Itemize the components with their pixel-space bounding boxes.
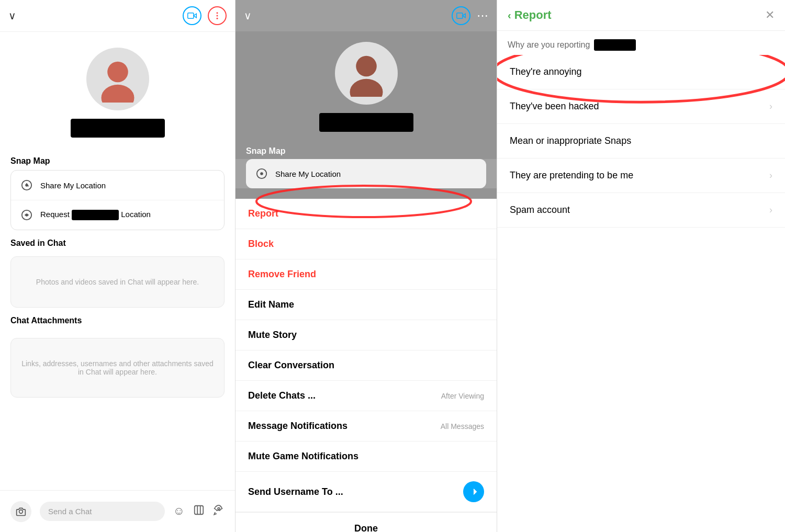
menu-header-icons: ⋯: [452, 6, 488, 25]
block-label: Block: [248, 239, 274, 250]
snap-map-card: Share My Location Request Location: [10, 170, 225, 230]
share-location-icon: [19, 178, 34, 193]
menu-item-block[interactable]: Block: [236, 229, 497, 259]
close-icon[interactable]: ✕: [765, 8, 775, 22]
profile-header: ∨: [0, 0, 235, 32]
request-location-icon: [19, 208, 34, 222]
report-options-list: They're annoying They've been hacked › M…: [497, 55, 785, 532]
chevron-down-icon-2[interactable]: ∨: [244, 9, 252, 22]
snap-map-label-2: Snap Map: [236, 140, 497, 159]
chat-attachments-section: Links, addresses, usernames and other at…: [0, 338, 235, 398]
mute-game-label: Mute Game Notifications: [248, 451, 358, 462]
svg-point-19: [356, 56, 377, 77]
chevron-down-icon[interactable]: ∨: [8, 9, 16, 22]
svg-rect-18: [457, 13, 463, 19]
menu-item-mute-game-notifications[interactable]: Mute Game Notifications: [236, 442, 497, 472]
menu-item-clear-conversation[interactable]: Clear Conversation: [236, 350, 497, 381]
report-header: ‹ Report ✕: [497, 0, 785, 31]
camera-icon-button[interactable]: [183, 6, 201, 25]
rocket-icon[interactable]: [213, 504, 225, 519]
svg-point-5: [101, 85, 134, 103]
delete-chats-sub: After Viewing: [441, 392, 484, 400]
request-location-button[interactable]: Request Location: [11, 200, 224, 230]
report-title: Report: [514, 8, 552, 22]
send-username-label: Send Username To ...: [248, 486, 343, 497]
menu-item-report[interactable]: Report: [236, 199, 497, 229]
username-redacted-2: [319, 113, 413, 132]
svg-rect-0: [188, 13, 194, 19]
saved-in-chat-title: Saved in Chat: [0, 230, 235, 252]
svg-rect-14: [195, 505, 204, 514]
message-notifications-label: Message Notifications: [248, 421, 347, 432]
report-back-button[interactable]: ‹ Report: [508, 8, 552, 22]
svg-point-1: [217, 12, 218, 14]
snap-map-card-2: Share My Location: [246, 159, 486, 188]
edit-name-label: Edit Name: [248, 299, 294, 310]
bottom-icons: ☺: [173, 504, 225, 519]
report-subject-redacted: [594, 39, 636, 51]
message-notifications-sub: All Messages: [441, 422, 484, 431]
saved-in-chat-section: Photos and videos saved in Chat will app…: [0, 256, 235, 308]
sticker-icon[interactable]: [193, 504, 205, 519]
svg-point-17: [218, 507, 220, 510]
menu-item-remove-friend[interactable]: Remove Friend: [236, 259, 497, 290]
avatar-section-2: [236, 31, 497, 140]
menu-item-edit-name[interactable]: Edit Name: [236, 290, 497, 320]
share-location-label-2: Share My Location: [275, 169, 341, 178]
menu-item-mute-story[interactable]: Mute Story: [236, 320, 497, 350]
spam-label: Spam account: [510, 205, 570, 216]
annoying-label: They're annoying: [510, 66, 582, 77]
saved-in-chat-empty: Photos and videos saved in Chat will app…: [10, 256, 225, 308]
more-icon-2[interactable]: ⋯: [477, 9, 488, 22]
share-location-button-2[interactable]: Share My Location: [246, 159, 486, 188]
snap-map-section-2: Share My Location: [236, 159, 497, 188]
menu-header: ∨ ⋯: [236, 0, 497, 31]
camera-icon-button-2[interactable]: [452, 6, 470, 25]
hacked-label: They've been hacked: [510, 101, 599, 112]
delete-chats-label: Delete Chats ...: [248, 390, 316, 401]
chevron-right-icon: ›: [769, 101, 772, 112]
report-item-inappropriate[interactable]: Mean or inappropriate Snaps: [497, 124, 785, 159]
back-arrow-icon: ‹: [508, 9, 511, 21]
chat-attachments-empty: Links, addresses, usernames and other at…: [10, 338, 225, 398]
svg-point-13: [19, 510, 23, 513]
remove-friend-label: Remove Friend: [248, 269, 316, 280]
share-my-location-button[interactable]: Share My Location: [11, 171, 224, 200]
svg-point-9: [26, 184, 28, 186]
menu-item-send-username[interactable]: Send Username To ...: [236, 472, 497, 512]
report-item-annoying[interactable]: They're annoying: [497, 55, 785, 89]
panel-profile: ∨ Snap Map: [0, 0, 236, 532]
share-location-label: Share My Location: [40, 181, 106, 190]
snap-map-title: Snap Map: [0, 148, 235, 170]
emoji-icon[interactable]: ☺: [173, 504, 185, 519]
svg-point-12: [26, 214, 28, 216]
report-item-hacked[interactable]: They've been hacked ›: [497, 89, 785, 124]
more-options-button[interactable]: [208, 6, 227, 25]
send-username-button[interactable]: [463, 481, 484, 502]
chat-attachments-title: Chat Attachments: [0, 308, 235, 330]
header-icons: [183, 6, 227, 25]
report-label: Report: [248, 208, 278, 219]
svg-point-4: [107, 62, 128, 83]
send-chat-input[interactable]: Send a Chat: [40, 502, 165, 521]
svg-point-22: [261, 173, 263, 175]
panel-report: ‹ Report ✕ Why are you reporting They're…: [497, 0, 785, 532]
camera-bottom-button[interactable]: [10, 501, 31, 522]
menu-list: Report Block Remove Friend Edit Name Mut…: [236, 199, 497, 532]
menu-top-section: ∨ ⋯ Snap Map: [236, 0, 497, 199]
report-item-pretending[interactable]: They are pretending to be me ›: [497, 159, 785, 193]
report-subtitle: Why are you reporting: [497, 31, 785, 55]
share-location-icon-2: [254, 166, 269, 181]
username-redacted: [71, 119, 165, 138]
avatar-2: [335, 42, 398, 105]
done-button[interactable]: Done: [236, 512, 497, 532]
svg-point-2: [217, 15, 218, 17]
snap-map-section: Share My Location Request Location: [0, 170, 235, 230]
pretending-label: They are pretending to be me: [510, 170, 633, 181]
menu-item-message-notifications[interactable]: Message Notifications All Messages: [236, 411, 497, 442]
mute-story-label: Mute Story: [248, 330, 297, 341]
chevron-right-icon-3: ›: [769, 205, 772, 216]
request-location-label: Request Location: [40, 210, 151, 220]
report-item-spam[interactable]: Spam account ›: [497, 193, 785, 228]
menu-item-delete-chats[interactable]: Delete Chats ... After Viewing: [236, 381, 497, 411]
